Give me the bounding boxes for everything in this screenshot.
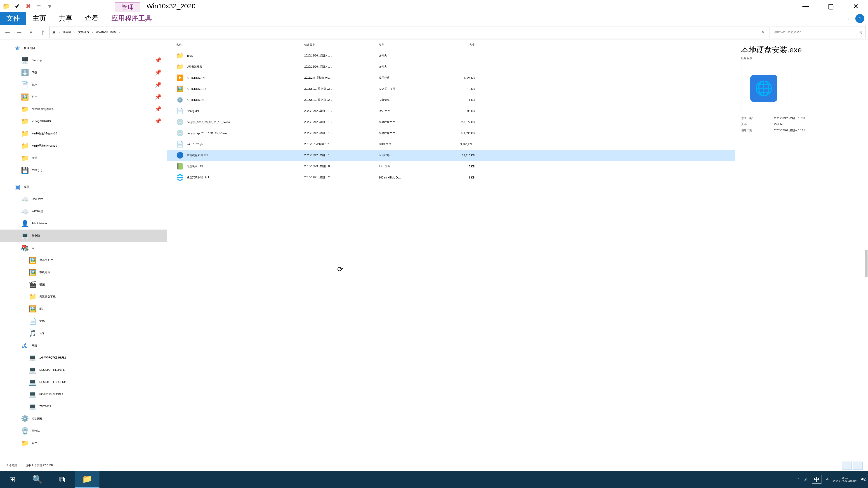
tree-item[interactable]: 💻ZMT2019 xyxy=(0,400,167,413)
tree-item[interactable]: 📄文档📌 xyxy=(0,78,167,91)
file-row[interactable]: 📁U盘安装教程2020/12/26, 星期六 1...文件夹 xyxy=(167,61,735,72)
col-size[interactable]: 大小 xyxy=(436,43,482,47)
file-row[interactable]: ⚙️AUTORUN.INF2015/5/10, 星期日 02...安装信息1 K… xyxy=(167,94,735,105)
tab-view[interactable]: 查看 xyxy=(79,12,105,25)
file-name: AUTORUN.INF xyxy=(187,98,205,102)
tree-item[interactable]: 🖼️保存的图片 xyxy=(0,254,167,266)
ribbon-expand-icon[interactable]: ⌄ xyxy=(842,12,855,25)
volume-icon[interactable]: 🔊 xyxy=(804,478,807,481)
taskbar: ⊞ 🔍 ⧉ 📁 ˄ 🔊 中 🖧 15:12 2020/12/26, 星期六 💬 … xyxy=(0,471,868,488)
tree-item-label: 图片 xyxy=(32,95,37,99)
tab-file[interactable]: 文件 xyxy=(0,12,26,25)
tab-home[interactable]: 主页 xyxy=(26,12,53,25)
chevron-right-icon[interactable]: › xyxy=(74,31,75,34)
qat-dropdown-icon[interactable]: ▾ xyxy=(45,2,54,11)
tree-item[interactable]: 🖼️图片📌 xyxy=(0,91,167,103)
col-name[interactable]: 名称ˆ xyxy=(167,43,301,47)
tree-item[interactable]: 💻1H4WPFQ7KZ8HU82 xyxy=(0,352,167,364)
tree-desktop[interactable]: ▣ 桌面 xyxy=(0,181,167,193)
network-tray-icon[interactable]: 🖧 xyxy=(826,478,829,481)
tree-item[interactable]: 📁软件 xyxy=(0,437,167,449)
taskbar-explorer[interactable]: 📁 xyxy=(74,471,99,488)
action-center-icon[interactable]: 💬 2 xyxy=(861,478,864,481)
help-icon[interactable]: ? xyxy=(855,14,864,23)
nav-up-button[interactable]: ↑ xyxy=(37,27,48,37)
tree-item[interactable]: ⬇️下载📌 xyxy=(0,66,167,78)
tree-item[interactable]: 📁win10重装64位win10 xyxy=(0,140,167,152)
crumb-drive[interactable]: 文档 (E:) xyxy=(78,30,89,34)
col-date[interactable]: 修改日期 xyxy=(301,43,375,47)
ime-indicator[interactable]: 中 xyxy=(812,475,822,484)
tree-item[interactable]: 💻PC-20190530OBLA xyxy=(0,388,167,400)
nav-back-button[interactable]: ← xyxy=(2,27,13,37)
crumb-this-pc[interactable]: 此电脑 xyxy=(63,30,71,34)
tree-item[interactable]: 📁虎观 xyxy=(0,152,167,164)
qat-equals-icon[interactable]: ＝ xyxy=(34,2,43,11)
crumb-folder[interactable]: Win10x32_2020 xyxy=(96,31,116,34)
tree-item[interactable]: 📁天翼云盘下载 xyxy=(0,291,167,303)
chevron-right-icon[interactable]: › xyxy=(92,31,93,34)
tree-item[interactable]: 🖥️Desktop📌 xyxy=(0,54,167,66)
ribbon-tabs: 文件 主页 共享 查看 应用程序工具 ⌄ ? xyxy=(0,12,868,25)
tree-item[interactable]: 📁win10重装32位win10 xyxy=(0,127,167,140)
file-icon: ▶️ xyxy=(176,74,184,82)
chevron-right-icon[interactable]: › xyxy=(119,31,120,34)
details-scrollbar[interactable] xyxy=(865,250,868,277)
file-row[interactable]: 📁Tools2020/12/26, 星期六 1...文件夹 xyxy=(167,50,735,61)
breadcrumb[interactable]: 💻 › 此电脑 › 文档 (E:) › Win10x32_2020 › ⌄ ⟳ xyxy=(49,26,770,38)
file-row[interactable]: 🌐硬盘安装教程.html2016/11/21, 星期一 2...360 se H… xyxy=(167,172,735,183)
tree-item[interactable]: ☁️OneDrive xyxy=(0,193,167,205)
star-icon: ★ xyxy=(13,44,21,52)
qat-save-icon[interactable]: ✔ xyxy=(13,2,22,11)
file-row[interactable]: 💿pe_yqs_1032_20_07_31_16_04.iso2020/10/1… xyxy=(167,117,735,128)
tree-item[interactable]: 📚库 xyxy=(0,242,167,254)
taskbar-clock[interactable]: 15:12 2020/12/26, 星期六 xyxy=(833,476,857,483)
task-view-button[interactable]: ⧉ xyxy=(50,471,74,488)
file-type: 应用程序 xyxy=(375,76,436,80)
file-row[interactable]: 📄Win10x32.gho2019/9/7, 星期六 19:...GHO 文件3… xyxy=(167,139,735,150)
view-details-button[interactable] xyxy=(842,462,852,470)
tree-item[interactable]: 💻DESKTOP-LSSOEDP xyxy=(0,376,167,388)
tree-item[interactable]: 💾文档 (E:) xyxy=(0,164,167,176)
file-row[interactable]: 🖼️AUTORUN.ICO2015/5/10, 星期日 02...ICO 图片文… xyxy=(167,84,735,94)
tab-app-tools[interactable]: 应用程序工具 xyxy=(105,12,158,25)
property-key: 大小: xyxy=(741,123,771,126)
maximize-button[interactable]: ▢ xyxy=(818,0,843,12)
search-input[interactable]: 搜索"Win10x32_2020" 🔍 xyxy=(771,26,866,38)
start-button[interactable]: ⊞ xyxy=(0,471,25,488)
taskbar-search-button[interactable]: 🔍 xyxy=(25,471,50,488)
tree-item[interactable]: ⚙️控制面板 xyxy=(0,413,167,425)
close-button[interactable]: ✕ xyxy=(843,0,868,12)
nav-forward-button[interactable]: → xyxy=(14,27,24,37)
tree-item[interactable]: 📁excel表格制作求和📌 xyxy=(0,103,167,115)
file-icon: 🖼️ xyxy=(176,86,184,93)
nav-history-dropdown[interactable]: ▾ xyxy=(26,27,36,37)
tree-item[interactable]: 💻此电脑 xyxy=(0,230,167,242)
chevron-right-icon[interactable]: › xyxy=(59,31,60,34)
view-icons-button[interactable] xyxy=(852,462,863,470)
tree-item[interactable]: 🖼️图片 xyxy=(0,303,167,315)
refresh-icon[interactable]: ⟳ xyxy=(762,31,764,34)
tree-item[interactable]: 🎵音乐 xyxy=(0,327,167,339)
tree-quick-access[interactable]: ★ 快速访问 xyxy=(0,42,167,54)
tray-overflow-icon[interactable]: ˄ xyxy=(798,478,800,481)
file-row[interactable]: 🔵本地硬盘安装.exe2020/10/12, 星期一 1...应用程序28,31… xyxy=(167,150,735,161)
minimize-button[interactable]: — xyxy=(794,0,818,12)
tree-item[interactable]: 🗑️回收站 xyxy=(0,425,167,437)
tree-network[interactable]: 🖧 网络 xyxy=(0,339,167,352)
col-type[interactable]: 类型 xyxy=(375,43,436,47)
file-row[interactable]: 📄Config.dat2020/10/12, 星期一 1...DAT 文件36 … xyxy=(167,105,735,117)
file-row[interactable]: ▶️AUTORUN.EXE2016/1/8, 星期五 04:...应用程序1,9… xyxy=(167,72,735,84)
address-dropdown-icon[interactable]: ⌄ xyxy=(758,31,761,34)
tree-item[interactable]: 🖼️本机照片 xyxy=(0,266,167,278)
tree-item[interactable]: ☁️WPS网盘 xyxy=(0,205,167,217)
qat-close-icon[interactable]: ✖ xyxy=(24,2,33,11)
file-row[interactable]: 💿pe_yqs_xp_20_07_31_15_53.iso2020/10/12,… xyxy=(167,128,735,139)
tree-item[interactable]: 📁YUNQISHI2019📌 xyxy=(0,115,167,127)
tree-item[interactable]: 👤Administrator xyxy=(0,217,167,230)
tab-share[interactable]: 共享 xyxy=(53,12,79,25)
tree-item[interactable]: 💻DESKTOP-HL0PLFL xyxy=(0,364,167,376)
file-row[interactable]: 📗光盘说明.TXT2016/10/23, 星期日 0...TXT 文件5 KB xyxy=(167,161,735,172)
tree-item[interactable]: 📄文档 xyxy=(0,315,167,327)
tree-item[interactable]: 🎬视频 xyxy=(0,278,167,291)
